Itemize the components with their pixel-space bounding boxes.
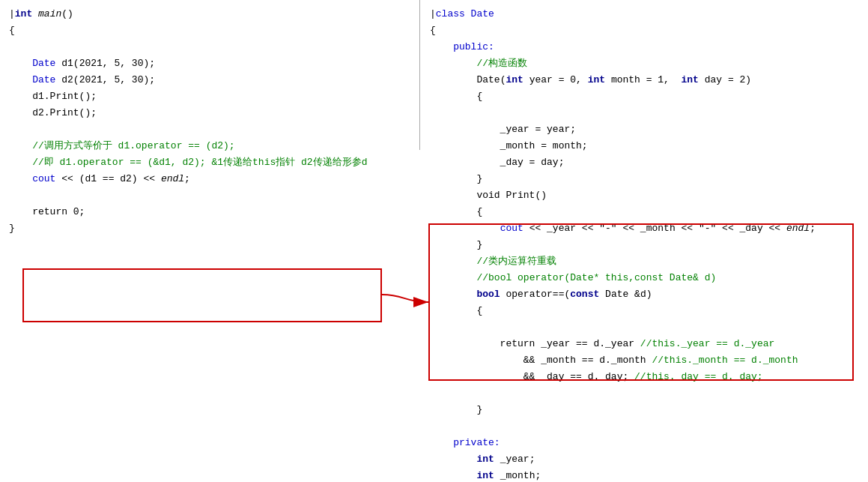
- code-line: }: [427, 171, 868, 187]
- code-line: {: [427, 22, 868, 39]
- code-line: [6, 187, 419, 204]
- code-line: cout << (d1 == d2) << endl;: [6, 171, 419, 187]
- code-line: Date d1(2021, 5, 30);: [6, 55, 419, 72]
- code-line: void Print(): [427, 187, 868, 204]
- code-line: [6, 121, 419, 138]
- code-line: {: [6, 22, 419, 39]
- code-line: _year = year;: [427, 121, 868, 138]
- code-line: int _month;: [427, 468, 868, 482]
- code-line: [427, 385, 868, 402]
- code-line: }: [427, 402, 868, 418]
- code-line: _day = day;: [427, 154, 868, 171]
- code-line: return 0;: [6, 204, 419, 220]
- code-line: Date(int year = 0, int month = 1, int da…: [427, 72, 868, 88]
- code-line: _month = month;: [427, 138, 868, 154]
- code-line: [427, 105, 868, 121]
- left-panel: |int main(){ Date d1(2021, 5, 30); Date …: [0, 0, 419, 482]
- code-line: cout << _year << "-" << _month << "-" <<…: [427, 220, 868, 237]
- code-line: {: [427, 88, 868, 105]
- code-line: }: [427, 237, 868, 253]
- code-line: int _year;: [427, 451, 868, 468]
- code-line: |class Date: [427, 6, 868, 22]
- code-area: |int main(){ Date d1(2021, 5, 30); Date …: [0, 0, 868, 482]
- code-line: }: [6, 220, 419, 237]
- code-line: //bool operator(Date* this,const Date& d…: [427, 270, 868, 286]
- code-line: //即 d1.operator == (&d1, d2); &1传递给this指…: [6, 154, 419, 171]
- code-line: d2.Print();: [6, 105, 419, 121]
- code-line: return _year == d._year //this._year == …: [427, 336, 868, 352]
- code-line: [427, 418, 868, 435]
- code-line: private:: [427, 435, 868, 451]
- code-line: Date d2(2021, 5, 30);: [6, 72, 419, 88]
- code-line: //类内运算符重载: [427, 253, 868, 270]
- code-line: //调用方式等价于 d1.operator == (d2);: [6, 138, 419, 154]
- code-line: [6, 39, 419, 55]
- code-line: //构造函数: [427, 55, 868, 72]
- code-line: d1.Print();: [6, 88, 419, 105]
- code-line: |int main(): [6, 6, 419, 22]
- code-line: bool operator==(const Date &d): [427, 286, 868, 303]
- code-line: && _day == d._day; //this._day == d._day…: [427, 369, 868, 385]
- code-line: public:: [427, 39, 868, 55]
- right-panel: |class Date{ public: //构造函数 Date(int yea…: [427, 0, 868, 482]
- code-line: {: [427, 204, 868, 220]
- code-line: [427, 319, 868, 336]
- code-line: {: [427, 303, 868, 319]
- divider: [419, 0, 420, 150]
- code-line: && _month == d._month //this._month == d…: [427, 352, 868, 369]
